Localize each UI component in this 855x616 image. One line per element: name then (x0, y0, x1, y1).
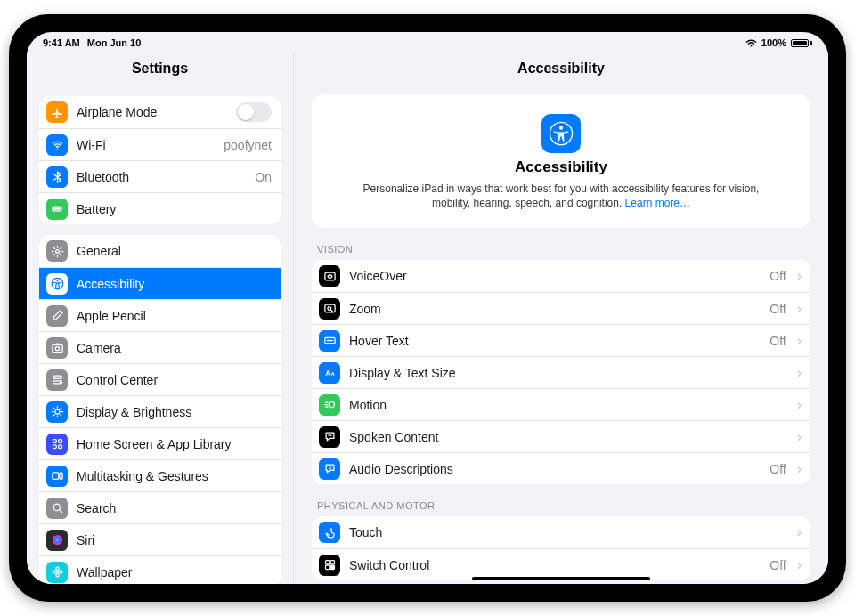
svg-rect-19 (60, 473, 62, 480)
svg-rect-3 (61, 207, 61, 210)
sidebar-item-wallpaper[interactable]: Wallpaper (39, 555, 281, 584)
setting-row-spoken-content[interactable]: Spoken Content› (312, 420, 810, 452)
chevron-right-icon: › (795, 430, 802, 444)
chevron-right-icon: › (795, 334, 802, 348)
display-brightness-icon (46, 401, 68, 423)
sidebar-item-label: Accessibility (77, 277, 272, 291)
svg-rect-31 (324, 305, 334, 313)
sidebar-item-home-screen-app-library[interactable]: Home Screen & App Library (39, 427, 281, 459)
setting-row-switch-control[interactable]: Switch ControlOff› (312, 548, 810, 580)
camera-icon (46, 337, 68, 359)
sidebar-item-display-brightness[interactable]: Display & Brightness (39, 395, 281, 427)
svg-point-32 (328, 307, 331, 311)
motion-icon (319, 394, 340, 416)
svg-point-22 (56, 571, 59, 573)
status-time: 9:41 AM (43, 37, 80, 48)
sidebar-item-search[interactable]: Search (39, 491, 281, 523)
svg-point-21 (52, 535, 61, 545)
setting-row-label: VoiceOver (349, 269, 761, 283)
svg-point-13 (55, 409, 60, 414)
setting-row-zoom[interactable]: ZoomOff› (312, 292, 810, 324)
hero-title: Accessibility (344, 158, 778, 176)
svg-point-10 (53, 377, 55, 378)
sidebar-item-label: Siri (77, 533, 272, 547)
zoom-icon (319, 298, 340, 320)
setting-row-label: Switch Control (349, 558, 761, 572)
wifi-icon (46, 134, 68, 156)
home-indicator[interactable] (472, 577, 650, 580)
sidebar-item-label: Multitasking & Gestures (77, 469, 272, 483)
setting-row-value: Off (770, 334, 786, 348)
sidebar-group: Airplane ModeWi-FipoofynetBluetoothOnBat… (39, 96, 281, 224)
chevron-right-icon: › (795, 302, 802, 316)
setting-row-touch[interactable]: Touch› (312, 516, 810, 548)
sidebar-item-general[interactable]: General (39, 235, 281, 267)
airplane-mode-toggle[interactable] (236, 102, 272, 122)
chevron-right-icon: › (795, 269, 802, 283)
siri-icon (46, 530, 68, 551)
svg-point-24 (55, 574, 58, 577)
section-panel: VoiceOverOff›ZoomOff›Hover TextOff›Displ… (312, 260, 810, 484)
sidebar-group: GeneralAccessibilityApple PencilCameraCo… (39, 235, 281, 584)
sidebar-item-accessibility[interactable]: Accessibility (39, 267, 281, 299)
setting-row-audio-descriptions[interactable]: Audio DescriptionsOff› (312, 452, 810, 484)
sidebar-item-apple-pencil[interactable]: Apple Pencil (39, 299, 281, 331)
sidebar-item-label: Apple Pencil (77, 309, 272, 323)
chevron-right-icon: › (795, 398, 802, 412)
sidebar-item-label: General (77, 244, 272, 258)
svg-point-6 (56, 280, 58, 281)
learn-more-link[interactable]: Learn more… (625, 197, 690, 209)
split-content: Settings Airplane ModeWi-FipoofynetBluet… (27, 52, 828, 584)
accessibility-icon (46, 273, 68, 295)
battery-icon (791, 39, 812, 47)
svg-point-23 (55, 567, 58, 570)
setting-row-motion[interactable]: Motion› (312, 388, 810, 420)
audio-descriptions-icon (319, 458, 340, 480)
sidebar: Settings Airplane ModeWi-FipoofynetBluet… (27, 52, 294, 584)
svg-point-30 (329, 276, 330, 278)
sidebar-item-multitasking-gestures[interactable]: Multitasking & Gestures (39, 459, 281, 491)
sidebar-item-value: poofynet (224, 138, 272, 152)
touch-icon (319, 522, 340, 543)
chevron-right-icon: › (795, 366, 802, 380)
spoken-content-icon (319, 426, 340, 448)
setting-row-display-text-size[interactable]: Display & Text Size› (312, 356, 810, 388)
wifi-status-icon (745, 39, 757, 47)
sidebar-item-camera[interactable]: Camera (39, 331, 281, 363)
sidebar-scroll[interactable]: Airplane ModeWi-FipoofynetBluetoothOnBat… (27, 85, 293, 584)
switch-control-icon (319, 555, 340, 576)
svg-rect-35 (325, 561, 329, 564)
svg-point-34 (329, 402, 334, 408)
sidebar-item-label: Control Center (77, 373, 272, 387)
sidebar-item-label: Battery (77, 202, 272, 216)
general-icon (46, 240, 68, 262)
svg-point-26 (59, 571, 61, 573)
svg-rect-2 (53, 207, 60, 210)
main-scroll[interactable]: Accessibility Personalize iPad in ways t… (294, 85, 828, 584)
svg-rect-14 (53, 440, 56, 443)
setting-row-voiceover[interactable]: VoiceOverOff› (312, 260, 810, 292)
status-date: Mon Jun 10 (87, 37, 142, 48)
svg-rect-38 (330, 566, 334, 570)
sidebar-title: Settings (27, 52, 293, 85)
sidebar-item-battery[interactable]: Battery (39, 192, 281, 224)
setting-row-hover-text[interactable]: Hover TextOff› (312, 324, 810, 356)
search-icon (46, 498, 68, 519)
sidebar-item-control-center[interactable]: Control Center (39, 363, 281, 395)
setting-row-label: Audio Descriptions (349, 462, 761, 476)
battery-icon (46, 199, 68, 220)
sidebar-item-wifi[interactable]: Wi-Fipoofynet (39, 128, 281, 160)
svg-point-4 (55, 249, 59, 253)
svg-rect-17 (58, 445, 61, 449)
sidebar-item-siri[interactable]: Siri (39, 523, 281, 555)
sidebar-item-label: Wi-Fi (77, 138, 215, 152)
sidebar-item-bluetooth[interactable]: BluetoothOn (39, 160, 281, 192)
screen: 9:41 AM Mon Jun 10 100% Settings Airplan… (27, 32, 828, 584)
setting-row-label: Hover Text (349, 334, 761, 348)
setting-row-value: Off (770, 302, 786, 316)
battery-percent: 100% (761, 37, 786, 48)
svg-rect-36 (330, 561, 334, 564)
apple-pencil-icon (46, 305, 68, 327)
display-text-size-icon (319, 362, 340, 384)
sidebar-item-airplane-mode[interactable]: Airplane Mode (39, 96, 281, 128)
